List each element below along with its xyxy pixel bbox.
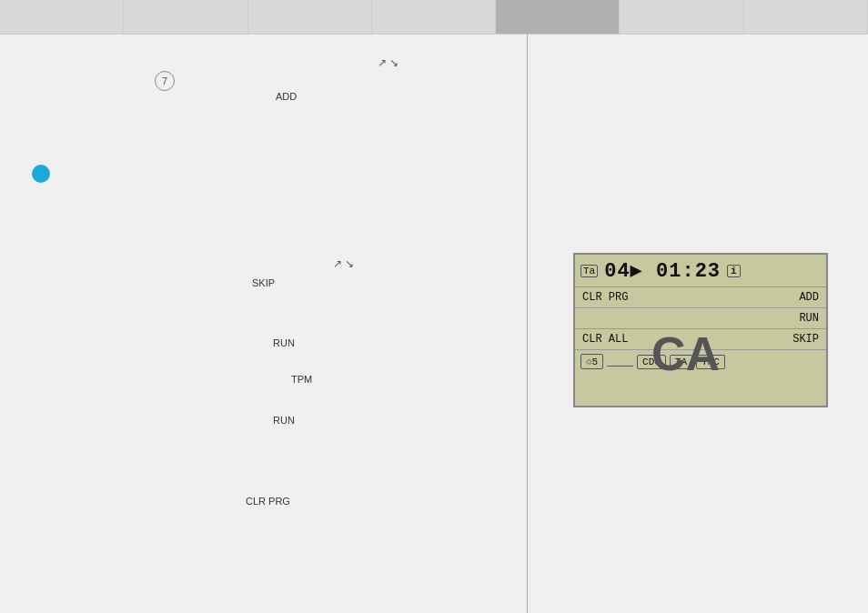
label-add: ADD (276, 91, 297, 102)
label-tpm: TPM (291, 374, 312, 385)
lcd-add-label: ADD (799, 291, 819, 304)
main-content: 7 ↗ ↘ ADD ↗ ↘ SKIP RUN TPM RUN (0, 35, 868, 613)
label-run1: RUN (273, 337, 295, 348)
label-skip: SKIP (252, 277, 275, 288)
sort-arrows-top[interactable]: ↗ ↘ (378, 56, 399, 69)
tab-bar (0, 0, 868, 35)
lcd-spacer-text: ____ (607, 356, 633, 368)
tab-7[interactable] (744, 0, 868, 34)
tab-6[interactable] (620, 0, 743, 34)
tab-1[interactable] (0, 0, 124, 34)
lcd-skip-label: SKIP (792, 333, 819, 346)
lcd-info-icon: i (727, 265, 741, 277)
ca-label: CA (651, 327, 720, 381)
tab-4[interactable] (372, 0, 496, 34)
left-panel: 7 ↗ ↘ ADD ↗ ↘ SKIP RUN TPM RUN (0, 35, 528, 613)
status-indicator (32, 165, 50, 183)
lcd-run-label: RUN (799, 312, 819, 325)
lcd-clr-prg-label: CLR PRG (582, 291, 628, 304)
sort-arrows-mid[interactable]: ↗ ↘ (333, 257, 354, 270)
tab-5[interactable] (496, 0, 620, 34)
lcd-row-time: Ta 04▶ 01:23 i (575, 255, 826, 287)
lcd-time-display: 04▶ 01:23 (601, 258, 724, 283)
label-clr-prg: CLR PRG (246, 496, 290, 507)
badge-number: 7 (155, 71, 175, 91)
lcd-btn-icon[interactable]: ♲5 (580, 354, 603, 369)
lcd-row-clrprg: CLR PRG ADD (575, 287, 826, 308)
tab-3[interactable] (248, 0, 372, 34)
label-run2: RUN (273, 415, 295, 426)
lcd-clr-all-label: CLR ALL (582, 333, 628, 346)
tab-2[interactable] (124, 0, 247, 34)
right-panel: Ta 04▶ 01:23 i CLR PRG ADD RUN CLR ALL S… (528, 35, 868, 613)
lcd-ta-icon: Ta (580, 265, 598, 277)
